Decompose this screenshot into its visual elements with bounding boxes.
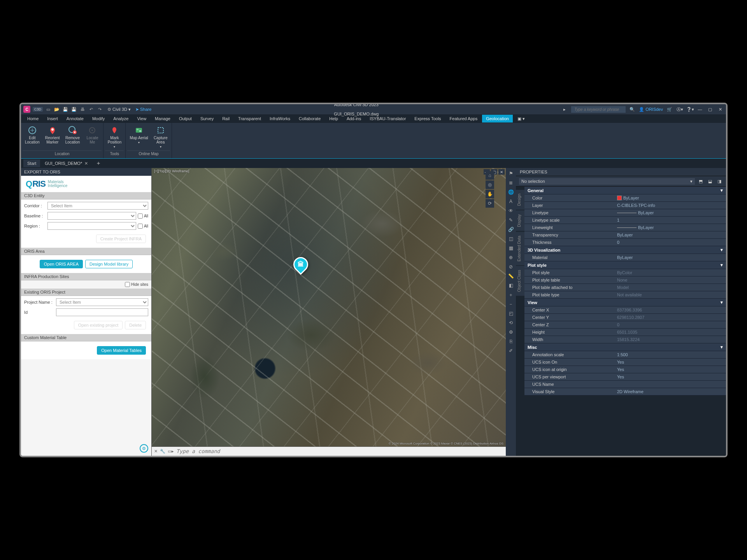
- search-icon[interactable]: 🔍: [629, 107, 636, 112]
- marker-icon[interactable]: ▸: [561, 107, 568, 112]
- props-cat-viz[interactable]: 3D Visualization▾: [524, 246, 726, 254]
- workspace-dropdown-icon[interactable]: ▾: [128, 107, 131, 112]
- id-field[interactable]: [56, 308, 148, 316]
- open-material-tables-button[interactable]: Open Material Tables: [97, 346, 146, 355]
- props-val[interactable]: 837396.3396: [614, 306, 726, 313]
- props-val[interactable]: ByLayer: [614, 224, 726, 231]
- settings-gear-icon[interactable]: ⚙: [140, 444, 148, 453]
- props-val[interactable]: C-CIBLES-TPC-info: [614, 202, 726, 209]
- app-icon[interactable]: C: [23, 106, 30, 113]
- props-row[interactable]: MaterialByLayer: [524, 254, 726, 261]
- vtool-minus-icon[interactable]: －: [507, 300, 515, 308]
- mark-position-button[interactable]: Mark Position ▾: [105, 124, 124, 150]
- quick-select-icon[interactable]: ⬒: [697, 178, 704, 185]
- props-val[interactable]: ByLayer: [614, 209, 726, 216]
- cmd-customize-icon[interactable]: 🔧: [160, 449, 165, 454]
- qat-saveas-icon[interactable]: 💾: [71, 106, 77, 112]
- baseline-select[interactable]: [47, 212, 136, 220]
- close-icon[interactable]: ✕: [84, 161, 88, 166]
- qat-plot-icon[interactable]: 🖶: [79, 106, 86, 112]
- tab-active-doc[interactable]: GUI_ORIS_DEMO* ✕: [41, 159, 92, 168]
- help-icon[interactable]: ❔▾: [686, 107, 693, 112]
- window-restore[interactable]: ▢: [707, 107, 714, 112]
- props-val[interactable]: 0: [614, 321, 726, 328]
- ribbon-tab-home[interactable]: Home: [23, 115, 42, 122]
- props-row[interactable]: Center Z0: [524, 321, 726, 329]
- props-val[interactable]: Yes: [614, 373, 726, 380]
- props-row[interactable]: LinetypeByLayer: [524, 209, 726, 217]
- vtool-gear-icon[interactable]: ⚙: [507, 328, 515, 336]
- vtool-edit-icon[interactable]: ✎: [507, 216, 515, 224]
- select-objects-icon[interactable]: ⬓: [707, 178, 714, 185]
- ribbon-tab-insert[interactable]: Insert: [43, 115, 62, 122]
- ribbon-tab-annotate[interactable]: Annotate: [63, 115, 88, 122]
- props-row[interactable]: Plot style tableNone: [524, 276, 726, 284]
- ribbon-tab-view[interactable]: View: [133, 115, 150, 122]
- props-val[interactable]: 6501.1035: [614, 329, 726, 336]
- qat-redo-icon[interactable]: ↷: [96, 106, 103, 112]
- props-row[interactable]: Annotation scale1:500: [524, 351, 726, 359]
- props-vtab-extended-data[interactable]: Extended Data: [516, 232, 524, 265]
- props-row[interactable]: Center Y6298110.2807: [524, 314, 726, 321]
- project-name-select[interactable]: Select Item: [56, 298, 148, 306]
- cart-icon[interactable]: 🛒: [666, 107, 673, 112]
- selection-dropdown[interactable]: No selection ▾: [519, 178, 695, 185]
- vtool-link-icon[interactable]: 🔗: [507, 225, 515, 234]
- edit-location-button[interactable]: Edit Location: [23, 124, 42, 150]
- autodesk-icon[interactable]: Ⓐ▾: [676, 107, 683, 112]
- props-row[interactable]: UCS per viewportYes: [524, 373, 726, 381]
- command-input[interactable]: [176, 448, 503, 454]
- window-close[interactable]: ✕: [717, 107, 724, 112]
- corridor-select[interactable]: Select Item: [47, 202, 148, 210]
- location-pin[interactable]: 🏛: [293, 257, 309, 276]
- vtool-copy-icon[interactable]: ⎘: [507, 337, 515, 346]
- vtool-drafting-icon[interactable]: ✐: [507, 346, 515, 355]
- props-row[interactable]: Plot styleByColor: [524, 269, 726, 276]
- map-viewport[interactable]: [+][Top][2D Wireframe] 🏛 — ▢ ✕ © 2024 Mi…: [152, 168, 506, 446]
- props-row[interactable]: Plot table typeNot available: [524, 291, 726, 299]
- vtool-hatch-icon[interactable]: ▦: [507, 244, 515, 252]
- cmd-close-icon[interactable]: ✕: [154, 449, 158, 454]
- props-val[interactable]: Yes: [614, 366, 726, 373]
- props-val[interactable]: 1:500: [614, 351, 726, 358]
- props-val[interactable]: Yes: [614, 359, 726, 366]
- reorient-marker-button[interactable]: Reorient Marker: [43, 124, 62, 150]
- remove-location-button[interactable]: Remove Location: [63, 124, 82, 150]
- viewport-label[interactable]: [+][Top][2D Wireframe]: [154, 169, 189, 173]
- props-val[interactable]: None: [614, 276, 726, 284]
- qat-undo-icon[interactable]: ↶: [88, 106, 94, 112]
- props-row[interactable]: LayerC-CIBLES-TPC-info: [524, 202, 726, 209]
- vtool-flag-icon[interactable]: ⚑: [507, 169, 515, 178]
- nav-home-icon[interactable]: ⌂: [486, 171, 494, 180]
- window-minimize[interactable]: —: [696, 107, 703, 112]
- props-val[interactable]: 6298110.2807: [614, 314, 726, 321]
- design-model-library-button[interactable]: Design Model library: [85, 260, 133, 268]
- tab-start[interactable]: Start: [23, 159, 40, 167]
- nav-orbit-icon[interactable]: ⟳: [486, 199, 494, 208]
- vtool-break-icon[interactable]: ⊘: [507, 262, 515, 271]
- props-vtab-object-class[interactable]: Object Class: [516, 266, 524, 296]
- props-val[interactable]: 15815.3224: [614, 336, 726, 343]
- workspace-gear-icon[interactable]: ⚙: [107, 107, 111, 112]
- props-val[interactable]: ByColor: [614, 269, 726, 276]
- props-cat-misc[interactable]: Misc▾: [524, 343, 726, 351]
- props-row[interactable]: Center X837396.3396: [524, 306, 726, 314]
- vtool-region-icon[interactable]: ◫: [507, 234, 515, 243]
- open-oris-area-button[interactable]: Open ORIS AREA: [40, 260, 83, 268]
- props-row[interactable]: Visual Style2D Wireframe: [524, 388, 726, 396]
- props-row[interactable]: TransparencyByLayer: [524, 231, 726, 239]
- props-val[interactable]: 2D Wireframe: [614, 388, 726, 395]
- vtool-text-icon[interactable]: A: [507, 197, 515, 206]
- props-row[interactable]: Plot table attached toModel: [524, 284, 726, 291]
- props-val[interactable]: 1: [614, 217, 726, 224]
- props-cat-general[interactable]: General▾: [524, 187, 726, 194]
- props-row[interactable]: LineweightByLayer: [524, 224, 726, 231]
- props-vtab-display[interactable]: Display: [516, 210, 524, 231]
- search-input[interactable]: [571, 106, 626, 113]
- props-val[interactable]: ByLayer: [614, 254, 726, 261]
- pickadd-icon[interactable]: ◨: [716, 178, 723, 185]
- vtool-visibility-icon[interactable]: 👁: [507, 206, 515, 215]
- props-cat-plot[interactable]: Plot style▾: [524, 261, 726, 269]
- props-row[interactable]: UCS Name: [524, 381, 726, 388]
- qat-new-icon[interactable]: ▭: [45, 106, 51, 112]
